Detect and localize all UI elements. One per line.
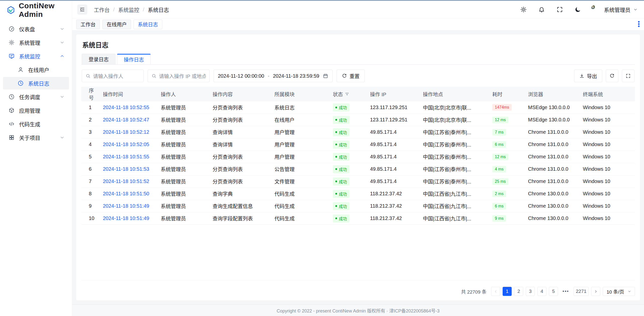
pagination-page-4[interactable]: 4 <box>537 287 546 296</box>
pagination-ellipsis[interactable]: ••• <box>560 287 571 296</box>
cell-browser: MSEdge 130.0.0.0 <box>526 101 580 114</box>
table-row: 82024-11-18 10:51:50系统管理员查询字典代码生成成功118.2… <box>81 188 635 200</box>
cell-index: 7 <box>81 175 100 188</box>
status-badge: 成功 <box>333 116 349 124</box>
tab-bar-more-icon[interactable]: ••• <box>637 21 640 27</box>
cell-content: 查询生成配置信息 <box>210 200 272 212</box>
status-badge: 成功 <box>333 141 349 149</box>
cell-module: 公告管理 <box>272 163 330 175</box>
sidebar-item-app-management[interactable]: 应用管理 <box>3 104 69 117</box>
page-tab-workbench[interactable]: 工作台 <box>76 20 100 29</box>
page-size-select[interactable]: 10 条/页 <box>603 287 635 296</box>
cell-ip: 118.212.37.42 <box>368 212 420 224</box>
footer: Copyright © 2022 - present ContiNew Admi… <box>72 304 644 316</box>
status-badge: 成功 <box>333 153 349 161</box>
pagination-prev-button[interactable] <box>491 287 500 296</box>
cell-os: Windows 10 <box>580 126 635 138</box>
cell-module: 用户管理 <box>272 138 330 151</box>
cell-location: 中国|北京|北京市|联... <box>420 101 490 114</box>
top-navbar: 工作台 / 系统监控 / 系统日志 <box>72 1 644 18</box>
cell-time: 2024-11-18 10:52:47 <box>100 114 158 126</box>
sidebar-item-about-project[interactable]: 关于项目 <box>3 131 69 144</box>
filter-icon[interactable] <box>345 92 349 96</box>
cell-operator: 系统管理员 <box>158 188 210 200</box>
notifications-button[interactable] <box>537 5 547 15</box>
pagination-page-5[interactable]: 5 <box>549 287 558 296</box>
operation-time-link[interactable]: 2024-11-18 10:52:05 <box>103 142 149 147</box>
grid-icon <box>9 134 15 141</box>
tab-login-log[interactable]: 登录日志 <box>82 54 115 64</box>
page-tab-online-users[interactable]: 在线用户 <box>102 20 131 29</box>
content-area: 系统日志 登录日志 操作日志 请输入操作人 请输入操作 IP 或地点 <box>72 30 644 304</box>
operation-time-link[interactable]: 2024-11-18 10:51:49 <box>103 215 149 221</box>
chevron-right-icon <box>594 290 598 293</box>
cell-status: 成功 <box>330 175 368 188</box>
cell-module: 用户管理 <box>272 151 330 163</box>
dark-mode-button[interactable] <box>573 5 583 15</box>
pagination-next-button[interactable] <box>591 287 600 296</box>
pagination-page-1[interactable]: 1 <box>503 287 512 296</box>
cell-location: 中国|江苏省|泰州市|... <box>420 151 490 163</box>
sidebar-item-online-users[interactable]: 在线用户 <box>3 63 69 76</box>
page-tab-system-log[interactable]: 系统日志 <box>134 20 162 29</box>
cell-index: 8 <box>81 188 100 200</box>
cell-module: 文件管理 <box>272 175 330 188</box>
operation-time-link[interactable]: 2024-11-18 10:51:49 <box>103 203 149 209</box>
breadcrumb-system-monitor[interactable]: 系统监控 <box>118 6 139 13</box>
cell-content: 查询字段配置列表 <box>210 212 272 224</box>
export-button[interactable]: 导出 <box>574 70 602 82</box>
pagination-page-last[interactable]: 2271 <box>574 287 589 296</box>
chevron-down-icon <box>60 40 64 45</box>
cell-operator: 系统管理员 <box>158 212 210 224</box>
operation-time-link[interactable]: 2024-11-18 10:51:52 <box>103 178 149 184</box>
sidebar-item-task-scheduler[interactable]: 任务调度 <box>3 91 69 103</box>
cell-time: 2024-11-18 10:51:50 <box>100 188 158 200</box>
sidebar-item-code-generation[interactable]: 代码生成 <box>3 118 69 130</box>
tab-operation-log[interactable]: 操作日志 <box>117 54 151 64</box>
table-fullscreen-button[interactable] <box>622 70 634 82</box>
date-range-picker[interactable]: 2024-11-12 00:00:00 - 2024-11-18 23:59:5… <box>214 70 333 82</box>
breadcrumb-workbench[interactable]: 工作台 <box>94 6 110 13</box>
sidebar-item-system-monitor[interactable]: 系统监控 <box>3 50 69 62</box>
pagination-page-2[interactable]: 2 <box>514 287 523 296</box>
cell-duration: 12 ms <box>490 151 526 163</box>
sidebar-item-system-log[interactable]: 系统日志 <box>3 77 69 89</box>
pagination: 共 22709 条 1 2 3 4 5 ••• 2271 10 条/页 <box>81 280 635 296</box>
cell-status: 成功 <box>330 200 368 212</box>
cell-content: 分页查询列表 <box>210 101 272 114</box>
reset-button[interactable]: 重置 <box>337 70 365 82</box>
duration-badge: 6 ms <box>492 203 506 209</box>
cell-os: Windows 10 <box>580 163 635 175</box>
user-menu[interactable]: 系统管理员 <box>591 5 637 15</box>
operation-time-link[interactable]: 2024-11-18 10:52:12 <box>103 129 149 135</box>
cell-time: 2024-11-18 10:51:53 <box>100 163 158 175</box>
pagination-page-3[interactable]: 3 <box>526 287 535 296</box>
cell-operator: 系统管理员 <box>158 151 210 163</box>
sidebar-collapse-button[interactable] <box>77 5 87 15</box>
app-logo[interactable]: ContiNew Admin <box>0 1 72 19</box>
cell-browser: MSEdge 130.0.0.0 <box>526 114 580 126</box>
sidebar-menu: 仪表盘 系统管理 系统监控 在线用户 系统日志 <box>0 19 72 147</box>
cell-status: 成功 <box>330 114 368 126</box>
refresh-table-button[interactable] <box>606 70 618 82</box>
settings-button[interactable] <box>518 5 529 15</box>
operation-time-link[interactable]: 2024-11-18 10:51:55 <box>103 154 149 159</box>
sidebar-item-system-management[interactable]: 系统管理 <box>3 36 69 49</box>
chevron-down-icon <box>60 27 64 31</box>
ip-search-input[interactable]: 请输入操作 IP 或地点 <box>148 70 210 82</box>
operator-search-input[interactable]: 请输入操作人 <box>82 70 144 82</box>
cell-time: 2024-11-18 10:51:52 <box>100 175 158 188</box>
cell-operator: 系统管理员 <box>158 101 210 114</box>
fullscreen-button[interactable] <box>555 5 565 15</box>
operation-time-link[interactable]: 2024-11-18 10:52:55 <box>103 105 149 110</box>
cell-index: 5 <box>81 151 100 163</box>
cell-os: Windows 10 <box>580 151 635 163</box>
cell-os: Windows 10 <box>580 212 635 224</box>
sidebar-item-dashboard[interactable]: 仪表盘 <box>3 23 69 35</box>
operation-time-link[interactable]: 2024-11-18 10:51:53 <box>103 166 149 172</box>
history-icon <box>18 80 24 86</box>
page-title: 系统日志 <box>82 40 635 49</box>
operation-time-link[interactable]: 2024-11-18 10:51:50 <box>103 191 149 196</box>
operation-time-link[interactable]: 2024-11-18 10:52:47 <box>103 117 149 122</box>
cell-content: 查询详情 <box>210 126 272 138</box>
